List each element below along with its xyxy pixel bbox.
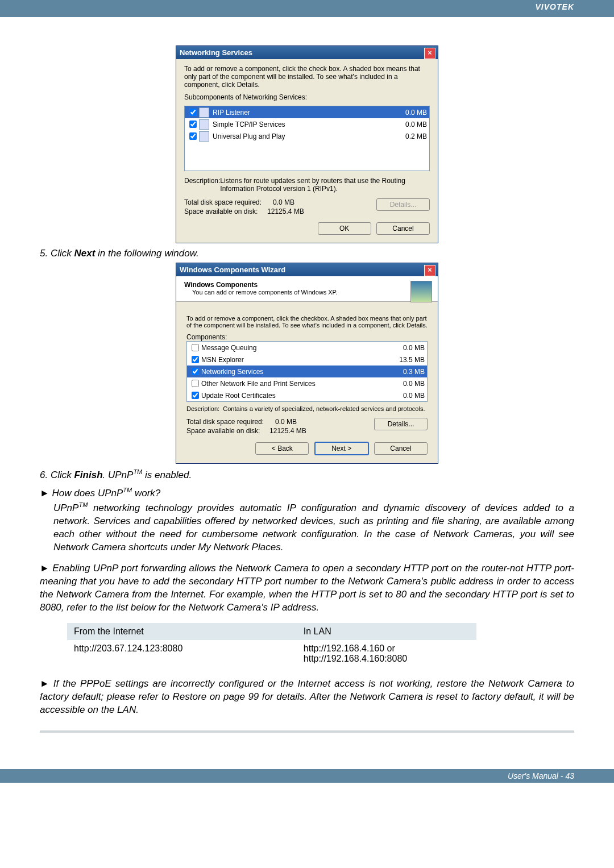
checkbox[interactable] bbox=[192, 380, 199, 387]
question-1-body: UPnPTM networking technology provides au… bbox=[53, 501, 574, 554]
item-size: 13.5 MB bbox=[385, 356, 425, 364]
brand-header: VIVOTEK bbox=[0, 0, 614, 14]
item-label: Universal Plug and Play bbox=[213, 132, 387, 140]
question-2-body: ► Enabling UPnP port forwarding allows t… bbox=[40, 562, 574, 614]
q1-post: work? bbox=[132, 487, 160, 498]
description-text: Listens for route updates sent by router… bbox=[220, 177, 430, 193]
list-item[interactable]: Networking Services 0.3 MB bbox=[187, 366, 427, 377]
list-item[interactable]: Message Queuing 0.0 MB bbox=[187, 342, 427, 354]
close-icon[interactable]: × bbox=[424, 48, 435, 59]
tm-mark: TM bbox=[78, 501, 88, 508]
avail-value: 12125.4 MB bbox=[267, 207, 304, 215]
tm-mark: TM bbox=[133, 468, 142, 475]
total-label: Total disk space required: bbox=[184, 198, 262, 206]
total-value: 0.0 MB bbox=[273, 198, 294, 206]
wizard-title: Windows Components Wizard bbox=[180, 265, 285, 274]
wizard-header: Windows Components You can add or remove… bbox=[176, 276, 438, 302]
step6-post: . UPnP bbox=[103, 470, 134, 480]
step6-pre: 6. Click bbox=[40, 470, 74, 480]
item-size: 0.0 MB bbox=[385, 392, 425, 400]
networking-services-dialog: Networking Services × To add or remove a… bbox=[176, 45, 438, 243]
back-button[interactable]: < Back bbox=[255, 442, 309, 455]
cell-internet: http://203.67.124.123:8080 bbox=[67, 640, 255, 667]
item-label: Other Network File and Print Services bbox=[201, 380, 385, 388]
wizard-icon bbox=[410, 281, 432, 302]
checkbox[interactable] bbox=[192, 368, 199, 375]
list-item[interactable]: Universal Plug and Play 0.2 MB bbox=[185, 130, 429, 142]
list-item[interactable]: MSN Explorer 13.5 MB bbox=[187, 354, 427, 366]
table-row: http://203.67.124.123:8080 http://192.16… bbox=[67, 640, 476, 667]
step5-post: in the following window. bbox=[95, 248, 198, 259]
ok-button[interactable]: OK bbox=[318, 222, 371, 235]
q3-text: If the PPPoE settings are incorrectly co… bbox=[40, 678, 574, 715]
table-header-row: From the Internet In LAN bbox=[67, 623, 476, 640]
lan-line1: http://192.168.4.160 or bbox=[304, 643, 395, 653]
dialog-intro: To add or remove a component, click the … bbox=[184, 65, 430, 89]
step6-bold: Finish bbox=[74, 470, 102, 480]
list-item[interactable]: RIP Listener 0.0 MB bbox=[185, 106, 429, 118]
wizard-subheading: You can add or remove components of Wind… bbox=[192, 289, 432, 296]
q2-text: Enabling UPnP port forwarding allows the… bbox=[40, 563, 574, 613]
item-size: 0.0 MB bbox=[387, 109, 427, 117]
item-size: 0.0 MB bbox=[385, 380, 425, 388]
close-icon[interactable]: × bbox=[424, 265, 435, 276]
checkbox[interactable] bbox=[189, 109, 197, 116]
lan-line2: http://192.168.4.160:8080 bbox=[304, 654, 407, 663]
item-label: Networking Services bbox=[201, 368, 385, 376]
subcomponents-label: Subcomponents of Networking Services: bbox=[184, 93, 430, 101]
step5-bold: Next bbox=[74, 248, 95, 259]
cancel-button[interactable]: Cancel bbox=[376, 222, 430, 235]
ip-address-table: From the Internet In LAN http://203.67.1… bbox=[67, 623, 476, 667]
wizard-disk-stats: Total disk space required: 0.0 MB Space … bbox=[186, 418, 428, 436]
checkbox[interactable] bbox=[189, 121, 197, 128]
stats-left: Total disk space required: 0.0 MB Space … bbox=[186, 418, 306, 436]
list-item[interactable]: Other Network File and Print Services 0.… bbox=[187, 377, 427, 389]
footer-text: User's Manual - 43 bbox=[508, 771, 574, 780]
item-label: Simple TCP/IP Services bbox=[213, 121, 387, 128]
dialog-title: Networking Services bbox=[180, 48, 252, 57]
dialog-titlebar: Networking Services × bbox=[176, 46, 438, 59]
desc-label: Description: bbox=[186, 405, 219, 412]
footer-divider bbox=[40, 730, 574, 733]
total-label: Total disk space required: bbox=[186, 418, 264, 426]
subcomponents-list: RIP Listener 0.0 MB Simple TCP/IP Servic… bbox=[184, 106, 430, 171]
col-spacer bbox=[255, 623, 297, 640]
checkbox[interactable] bbox=[192, 356, 199, 363]
list-item[interactable]: Simple TCP/IP Services 0.0 MB bbox=[185, 118, 429, 130]
avail-label: Space available on disk: bbox=[184, 207, 258, 215]
next-button[interactable]: Next > bbox=[314, 442, 369, 455]
wizard-intro: To add or remove a component, click the … bbox=[186, 315, 428, 329]
details-button[interactable]: Details... bbox=[374, 418, 428, 430]
arrow-icon: ► bbox=[40, 678, 49, 689]
checkbox[interactable] bbox=[192, 392, 199, 399]
tm-mark: TM bbox=[123, 487, 132, 493]
details-button[interactable]: Details... bbox=[376, 198, 430, 211]
cancel-button[interactable]: Cancel bbox=[374, 442, 428, 455]
item-size: 0.2 MB bbox=[387, 132, 427, 140]
components-wizard-dialog: Windows Components Wizard × Windows Comp… bbox=[176, 263, 438, 464]
question-3-body: ► If the PPPoE settings are incorrectly … bbox=[40, 678, 574, 717]
cell-spacer bbox=[255, 640, 297, 667]
total-value: 0.0 MB bbox=[275, 418, 297, 426]
q1-body-text: networking technology provides automatic… bbox=[53, 502, 574, 553]
disk-stats: Total disk space required: 0.0 MB Space … bbox=[184, 198, 430, 217]
item-label: MSN Explorer bbox=[201, 356, 385, 364]
dialog-body: To add or remove a component, click the … bbox=[176, 59, 438, 243]
components-label: Components: bbox=[186, 333, 428, 341]
item-size: 0.0 MB bbox=[385, 344, 425, 352]
description-row: Description: Listens for route updates s… bbox=[184, 177, 430, 193]
checkbox[interactable] bbox=[189, 132, 197, 140]
avail-label: Space available on disk: bbox=[186, 427, 260, 435]
wizard-body: To add or remove a component, click the … bbox=[176, 302, 438, 463]
description-label: Description: bbox=[184, 177, 220, 193]
list-item[interactable]: Update Root Certificates 0.0 MB bbox=[187, 389, 427, 401]
checkbox[interactable] bbox=[192, 344, 199, 351]
item-label: Message Queuing bbox=[201, 344, 385, 352]
wizard-titlebar: Windows Components Wizard × bbox=[176, 263, 438, 276]
desc-text: Contains a variety of specialized, netwo… bbox=[223, 405, 425, 412]
step5-pre: 5. Click bbox=[40, 248, 74, 259]
step6-post2: is enabled. bbox=[142, 470, 192, 480]
question-1-heading: ► How does UPnPTM work? bbox=[40, 487, 574, 499]
item-label: RIP Listener bbox=[213, 109, 387, 117]
page-footer: User's Manual - 43 bbox=[0, 769, 614, 783]
